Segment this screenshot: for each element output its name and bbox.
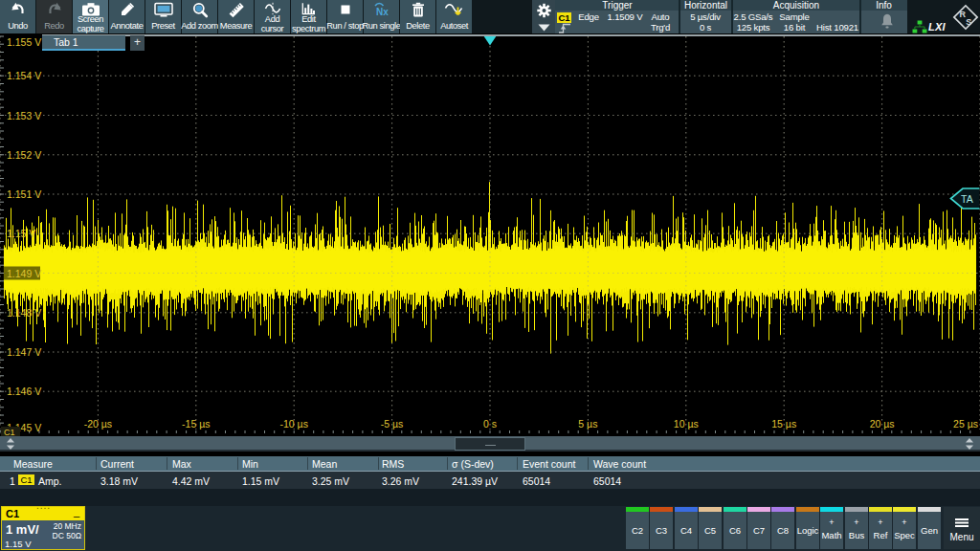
svg-text:1.155 V: 1.155 V — [7, 36, 41, 48]
svg-text:1.154 V: 1.154 V — [7, 70, 41, 81]
svg-text:-10 µs: -10 µs — [279, 418, 307, 430]
svg-text:0 s: 0 s — [483, 418, 497, 430]
svg-text:C1: C1 — [4, 428, 15, 437]
svg-text:-20 µs: -20 µs — [84, 418, 112, 430]
svg-text:1.151 V: 1.151 V — [7, 188, 41, 200]
svg-text:1.147 V: 1.147 V — [7, 346, 41, 358]
svg-text:1.153 V: 1.153 V — [7, 110, 41, 121]
svg-text:-15 µs: -15 µs — [182, 418, 210, 430]
svg-text:1.149 V: 1.149 V — [7, 268, 41, 279]
svg-text:-5 µs: -5 µs — [381, 418, 404, 430]
svg-text:1.148 V: 1.148 V — [7, 307, 41, 319]
svg-text:1.152 V: 1.152 V — [7, 149, 41, 161]
svg-text:TA: TA — [961, 193, 973, 205]
svg-text:5 µs: 5 µs — [578, 418, 597, 430]
svg-text:20 µs: 20 µs — [870, 418, 895, 430]
svg-text:15 µs: 15 µs — [771, 418, 796, 430]
svg-text:10 µs: 10 µs — [674, 418, 699, 430]
svg-text:1.15 V: 1.15 V — [7, 228, 35, 239]
svg-text:1.146 V: 1.146 V — [7, 386, 41, 397]
svg-text:25 µs: 25 µs — [953, 418, 978, 430]
